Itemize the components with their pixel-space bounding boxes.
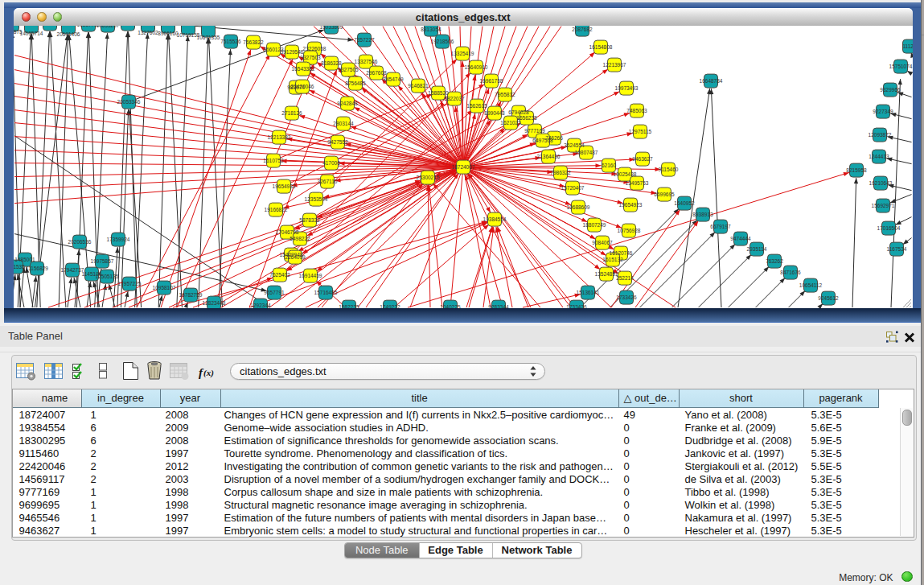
- svg-text:1292344: 1292344: [250, 303, 271, 308]
- svg-text:763262: 763262: [766, 258, 783, 264]
- svg-text:19654923: 19654923: [619, 202, 643, 208]
- svg-text:16648784: 16648784: [700, 78, 723, 84]
- svg-text:2087682: 2087682: [572, 27, 593, 32]
- svg-text:7625402: 7625402: [269, 272, 290, 278]
- svg-text:11125: 11125: [902, 43, 912, 49]
- svg-text:10025438: 10025438: [614, 171, 637, 177]
- svg-text:1562615: 1562615: [466, 103, 487, 109]
- svg-text:1040225: 1040225: [440, 304, 461, 308]
- svg-text:8813054: 8813054: [421, 27, 441, 32]
- svg-text:14055714: 14055714: [20, 31, 43, 36]
- svg-text:9329966: 9329966: [880, 87, 901, 93]
- svg-text:8454749: 8454749: [383, 76, 404, 82]
- svg-text:20206536: 20206536: [68, 239, 92, 245]
- svg-text:9283344: 9283344: [488, 304, 509, 308]
- svg-text:12213967: 12213967: [603, 62, 626, 68]
- svg-text:2718126: 2718126: [281, 110, 302, 116]
- svg-text:16782759: 16782759: [179, 292, 203, 298]
- svg-text:2803144: 2803144: [333, 121, 354, 126]
- svg-text:21364436: 21364436: [537, 154, 561, 159]
- svg-text:9427552: 9427552: [327, 139, 348, 145]
- svg-text:19166822: 19166822: [265, 207, 288, 212]
- svg-text:3267110: 3267110: [318, 179, 338, 184]
- svg-text:9146821: 9146821: [408, 83, 429, 89]
- svg-text:9227349: 9227349: [873, 109, 893, 114]
- svg-text:12505135: 12505135: [96, 274, 119, 279]
- svg-text:39129546: 39129546: [281, 49, 304, 55]
- svg-text:16210643: 16210643: [869, 180, 893, 186]
- svg-text:15692971: 15692971: [872, 203, 895, 208]
- svg-text:8938913: 8938913: [692, 212, 713, 217]
- svg-text:1749222: 1749222: [380, 304, 400, 308]
- svg-text:7663822: 7663822: [243, 39, 264, 45]
- svg-text:16154808: 16154808: [589, 44, 613, 50]
- svg-text:1853287: 1853287: [117, 26, 138, 27]
- svg-text:1656238: 1656238: [516, 115, 537, 121]
- svg-text:17942737: 17942737: [61, 267, 84, 273]
- svg-text:8215958: 8215958: [846, 167, 867, 173]
- svg-text:417006: 417006: [322, 160, 340, 166]
- svg-text:10756928: 10756928: [618, 228, 641, 233]
- svg-text:5822037: 5822037: [444, 96, 465, 101]
- svg-text:7357227: 7357227: [354, 37, 375, 43]
- svg-text:5498222: 5498222: [290, 236, 310, 241]
- svg-text:18724007: 18724007: [452, 164, 475, 170]
- svg-text:62160: 62160: [602, 163, 616, 168]
- svg-text:2264099: 2264099: [285, 254, 306, 260]
- svg-text:16033809: 16033809: [320, 26, 343, 30]
- svg-text:1485001: 1485001: [14, 257, 35, 262]
- svg-text:13327546: 13327546: [355, 59, 378, 64]
- svg-text:9245612: 9245612: [818, 295, 839, 301]
- svg-text:9242848: 9242848: [337, 101, 358, 106]
- svg-text:9115460: 9115460: [659, 167, 679, 172]
- svg-text:10807487: 10807487: [575, 150, 598, 155]
- svg-text:12823448: 12823448: [203, 300, 226, 306]
- svg-text:8966160: 8966160: [158, 31, 179, 36]
- svg-text:19218506: 19218506: [431, 39, 454, 44]
- svg-text:556121: 556121: [41, 26, 59, 27]
- svg-text:17359924: 17359924: [107, 237, 130, 242]
- svg-text:6679197: 6679197: [710, 224, 731, 229]
- svg-text:3624554: 3624554: [564, 142, 585, 148]
- svg-text:12353594: 12353594: [305, 196, 328, 202]
- svg-text:20053346: 20053346: [117, 99, 141, 105]
- svg-text:18807249: 18807249: [583, 222, 606, 228]
- svg-text:15751074: 15751074: [889, 64, 913, 69]
- svg-text:(x): (x): [203, 368, 214, 378]
- svg-text:10671355: 10671355: [197, 35, 220, 40]
- svg-text:16914459: 16914459: [299, 273, 322, 278]
- svg-text:8471676: 8471676: [780, 270, 801, 275]
- svg-text:9657791: 9657791: [264, 290, 285, 295]
- svg-text:10958107: 10958107: [153, 285, 176, 290]
- svg-text:20691406: 20691406: [57, 31, 80, 37]
- svg-text:9777169: 9777169: [524, 128, 545, 134]
- svg-text:8186328: 8186328: [321, 60, 342, 66]
- svg-text:9327503: 9327503: [300, 55, 321, 60]
- svg-text:12093872: 12093872: [869, 132, 892, 138]
- svg-text:8756485: 8756485: [345, 80, 366, 86]
- svg-text:16961758: 16961758: [480, 78, 503, 84]
- svg-text:1733426: 1733426: [566, 304, 587, 308]
- svg-text:16120746: 16120746: [610, 250, 633, 256]
- svg-text:13495753: 13495753: [626, 180, 649, 186]
- svg-text:1582235: 1582235: [339, 304, 359, 308]
- svg-text:1327602: 1327602: [138, 30, 158, 35]
- svg-text:10688609: 10688609: [567, 204, 590, 210]
- svg-text:15720407: 15720407: [561, 185, 585, 191]
- svg-text:2967608: 2967608: [366, 70, 387, 76]
- svg-text:252214: 252214: [616, 275, 634, 281]
- svg-text:17046798: 17046798: [276, 229, 299, 235]
- svg-text:17957225: 17957225: [118, 281, 142, 286]
- svg-text:23226058: 23226058: [303, 46, 326, 51]
- svg-text:13524851: 13524851: [595, 271, 618, 277]
- svg-text:1610752: 1610752: [263, 158, 284, 163]
- svg-text:1244413: 1244413: [869, 154, 889, 159]
- svg-text:6497568: 6497568: [532, 138, 553, 143]
- svg-text:1615132: 1615132: [602, 257, 623, 262]
- svg-text:7955812: 7955812: [495, 92, 515, 97]
- svg-text:15640910: 15640910: [465, 64, 488, 70]
- svg-text:991535: 991535: [14, 264, 25, 270]
- svg-text:7515526: 7515526: [220, 39, 241, 44]
- svg-text:6794028: 6794028: [508, 109, 529, 115]
- svg-text:12975115: 12975115: [629, 129, 652, 134]
